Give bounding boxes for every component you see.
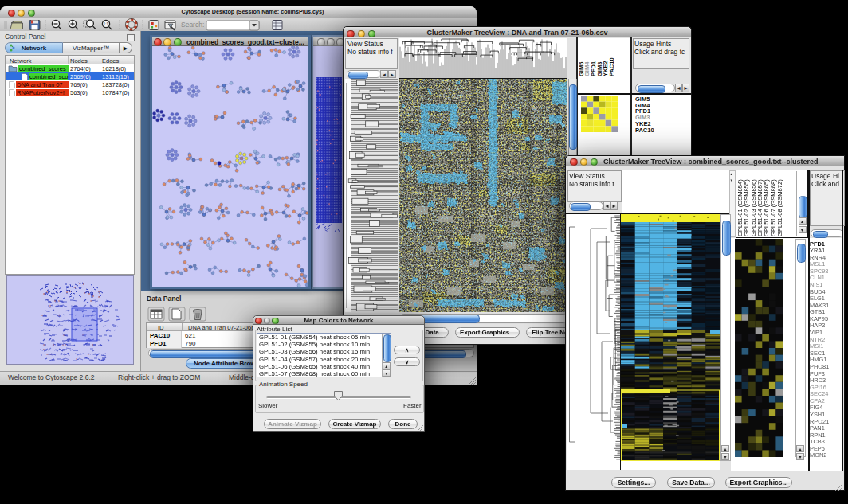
svg-text:1:1: 1:1 bbox=[104, 22, 109, 26]
svg-text:Search:: Search: bbox=[181, 21, 204, 29]
svg-text:PAC10: PAC10 bbox=[608, 57, 615, 76]
svg-text:GPL51-08 (GSM872): GPL51-08 (GSM872) bbox=[776, 179, 783, 236]
